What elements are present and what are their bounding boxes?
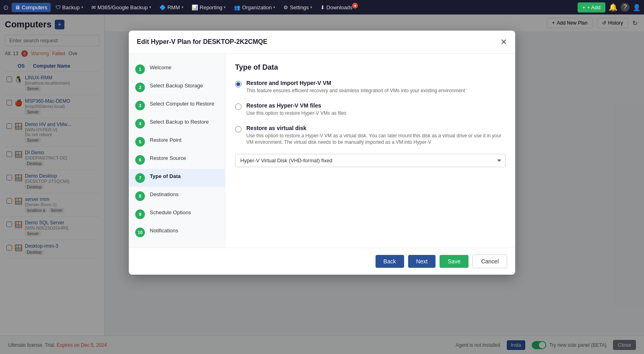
save-button[interactable]: Save: [440, 255, 469, 268]
nav-downloads[interactable]: ⬇ Downloads ●: [317, 3, 361, 12]
nav-computers[interactable]: 🖥 Computers: [12, 3, 51, 12]
cancel-button[interactable]: Cancel: [473, 255, 507, 268]
wizard-step-destinations[interactable]: 8 Destinations: [129, 187, 225, 205]
nav-settings-label: Settings: [290, 4, 309, 10]
modal-overlay: Edit Hyper-V Plan for DESKTOP-2K2CMQE ✕ …: [0, 14, 644, 354]
radio-option-vm-files: Restore as Hyper-V VM files Use this opt…: [235, 102, 506, 117]
radio-virtual-disk[interactable]: [235, 126, 242, 132]
step-label-restore-source: Restore Source: [150, 155, 186, 162]
wizard-sidebar: 1 Welcome 2 Select Backup Storage 3 Sele…: [129, 54, 225, 248]
step-label-schedule-options: Schedule Options: [150, 209, 191, 216]
radio-import[interactable]: [235, 81, 242, 87]
m365-arrow-icon: ▾: [149, 5, 151, 9]
backup-arrow-icon: ▾: [81, 5, 83, 9]
disk-format-dropdown[interactable]: Hyper-V Virtual Disk (VHD-format) fixed …: [235, 154, 506, 167]
downloads-icon: ⬇: [320, 4, 325, 10]
nav-reporting[interactable]: 📊 Reporting ▾: [188, 3, 229, 12]
nav-computers-label: Computers: [22, 4, 47, 10]
nav-settings[interactable]: ⚙ Settings ▾: [280, 3, 316, 12]
radio-virtual-disk-desc: Use this option to restore a Hyper-V VM …: [246, 132, 506, 146]
downloads-badge: ●: [352, 3, 358, 8]
wizard-step-notifications[interactable]: 10 Notifications: [129, 223, 225, 241]
nav-m365[interactable]: ✉ M365/Google Backup ▾: [88, 3, 155, 12]
step-label-type-of-data: Type of Data: [150, 173, 181, 180]
step-num-3: 3: [135, 101, 145, 110]
wizard-step-backup-restore[interactable]: 4 Select Backup to Restore: [129, 114, 225, 132]
step-label-backup-restore: Select Backup to Restore: [150, 118, 209, 126]
wizard-step-backup-storage[interactable]: 2 Select Backup Storage: [129, 78, 225, 96]
add-button[interactable]: + + Add: [578, 2, 605, 12]
organization-arrow-icon: ▾: [273, 5, 275, 9]
step-num-6: 6: [135, 155, 145, 165]
step-label-destinations: Destinations: [150, 191, 179, 198]
add-icon: +: [582, 4, 586, 10]
radio-vm-files-label[interactable]: Restore as Hyper-V VM files: [246, 102, 321, 109]
wizard-content: Type of Data Restore and Import Hyper-V …: [225, 54, 515, 248]
step-num-5: 5: [135, 137, 145, 147]
nav-rmm[interactable]: 🔷 RMM ▾: [156, 3, 187, 12]
step-num-4: 4: [135, 119, 145, 128]
nav-organization-label: Organization: [242, 4, 272, 10]
next-button[interactable]: Next: [408, 255, 436, 268]
wizard-step-restore-source[interactable]: 6 Restore Source: [129, 151, 225, 169]
step-num-10: 10: [135, 228, 145, 237]
nav-downloads-label: Downloads: [326, 4, 352, 10]
step-num-1: 1: [135, 64, 145, 74]
modal-body: 1 Welcome 2 Select Backup Storage 3 Sele…: [129, 54, 515, 248]
modal-footer: Back Next Save Cancel: [129, 248, 515, 275]
step-label-notifications: Notifications: [150, 227, 178, 234]
step-num-7: 7: [135, 173, 145, 183]
user-avatar[interactable]: 👤: [633, 4, 641, 11]
step-num-8: 8: [135, 191, 145, 201]
reporting-icon: 📊: [192, 4, 198, 10]
radio-import-label[interactable]: Restore and Import Hyper-V VM: [246, 80, 331, 86]
backup-icon: 🛡: [56, 4, 61, 10]
radio-vm-files[interactable]: [235, 104, 242, 110]
add-button-label: + Add: [587, 4, 601, 10]
modal-close-button[interactable]: ✕: [500, 37, 507, 47]
radio-vm-files-desc: Use this option to restore Hyper-V VMs a…: [246, 110, 347, 117]
step-label-computer-restore: Select Computer to Restore: [150, 100, 214, 108]
topnav-right: + + Add 🔔 ? 👤: [578, 2, 641, 12]
edit-hyperv-plan-modal: Edit Hyper-V Plan for DESKTOP-2K2CMQE ✕ …: [129, 31, 515, 275]
settings-icon: ⚙: [283, 4, 288, 10]
nav-backup[interactable]: 🛡 Backup ▾: [52, 3, 87, 12]
main-area: Computers + All: 13 8 Warning Failed Ove…: [0, 14, 644, 354]
wizard-step-computer-restore[interactable]: 3 Select Computer to Restore: [129, 96, 225, 114]
modal-title: Edit Hyper-V Plan for DESKTOP-2K2CMQE: [137, 38, 267, 46]
radio-virtual-disk-label[interactable]: Restore as virtual disk: [246, 125, 306, 131]
step-label-restore-point: Restore Point: [150, 137, 182, 144]
m365-icon: ✉: [91, 4, 96, 10]
radio-option-virtual-disk: Restore as virtual disk Use this option …: [235, 125, 506, 146]
section-title: Type of Data: [235, 63, 506, 72]
app-logo[interactable]: ⊙: [3, 4, 8, 11]
top-navigation: ⊙ 🖥 Computers 🛡 Backup ▾ ✉ M365/Google B…: [0, 0, 644, 14]
wizard-step-schedule-options[interactable]: 9 Schedule Options: [129, 205, 225, 223]
nav-backup-label: Backup: [62, 4, 80, 10]
organization-icon: 👥: [234, 4, 240, 10]
help-icon[interactable]: ?: [621, 3, 630, 12]
radio-import-desc: This feature ensures efficient recovery …: [246, 87, 465, 94]
computers-icon: 🖥: [15, 4, 20, 10]
wizard-step-restore-point[interactable]: 5 Restore Point: [129, 132, 225, 151]
reporting-arrow-icon: ▾: [224, 5, 226, 9]
nav-rmm-label: RMM: [167, 4, 180, 10]
wizard-step-welcome[interactable]: 1 Welcome: [129, 60, 225, 78]
settings-arrow-icon: ▾: [310, 5, 312, 9]
radio-option-import: Restore and Import Hyper-V VM This featu…: [235, 80, 506, 94]
rmm-icon: 🔷: [159, 4, 166, 10]
modal-header: Edit Hyper-V Plan for DESKTOP-2K2CMQE ✕: [129, 31, 515, 54]
nav-organization[interactable]: 👥 Organization ▾: [231, 3, 279, 12]
nav-m365-label: M365/Google Backup: [97, 4, 148, 10]
rmm-arrow-icon: ▾: [182, 5, 184, 9]
back-button[interactable]: Back: [376, 255, 404, 268]
step-label-backup-storage: Select Backup Storage: [150, 82, 203, 89]
step-num-9: 9: [135, 209, 145, 219]
step-label-welcome: Welcome: [150, 64, 171, 71]
wizard-step-type-of-data[interactable]: 7 Type of Data: [129, 169, 225, 187]
nav-reporting-label: Reporting: [200, 4, 222, 10]
bell-icon[interactable]: 🔔: [609, 3, 617, 12]
step-num-2: 2: [135, 83, 145, 92]
